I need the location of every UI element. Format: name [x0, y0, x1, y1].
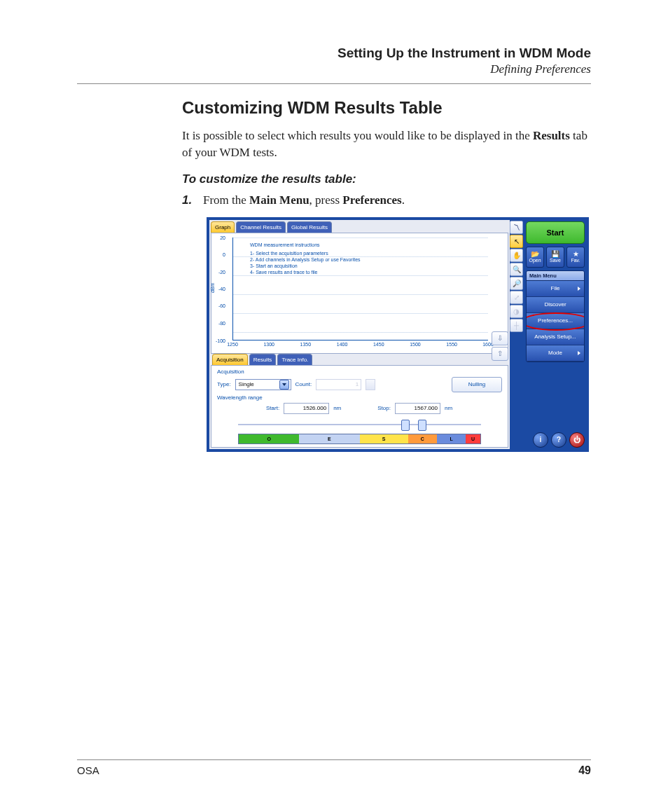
file-buttons: 📂Open 💾Save ★Fav.	[526, 247, 585, 268]
xtick: 1300	[263, 342, 274, 347]
menu-item-preferences[interactable]: Preferences...	[527, 313, 584, 329]
main-menu: Main Menu File Discover Preferences... A…	[526, 270, 585, 362]
ytick: -80	[218, 321, 225, 326]
help-button[interactable]: ?	[551, 432, 566, 448]
save-icon: 💾	[551, 251, 559, 258]
type-select[interactable]: Single	[235, 379, 291, 390]
menu-item-mode[interactable]: Mode	[527, 345, 584, 362]
page-header-subtitle: Defining Preferences	[182, 62, 591, 76]
stop-input[interactable]: 1567.000	[395, 403, 440, 414]
tool-marker-icon[interactable]: ◑	[510, 305, 523, 318]
tool-pointer-icon[interactable]: ↖	[510, 235, 523, 248]
tab-trace-info[interactable]: Trace Info.	[277, 354, 312, 365]
tool-pan-icon[interactable]: ✋	[510, 249, 523, 262]
count-label: Count:	[295, 381, 312, 387]
count-input[interactable]: 1	[316, 379, 361, 390]
graph-toolbar: 〽 ↖ ✋ 🔍 🔎 ⤢ ◑ ┼	[510, 220, 524, 449]
band-bar: O E S C L U	[238, 434, 481, 444]
nulling-button[interactable]: Nulling	[452, 377, 502, 392]
top-tabs: Graph Channel Results Global Results	[209, 220, 510, 233]
tab-results[interactable]: Results	[249, 354, 277, 365]
ytick: -60	[218, 303, 225, 308]
xtick: 1550	[446, 342, 457, 347]
xtick: 1350	[300, 342, 312, 347]
start-input[interactable]: 1526.000	[284, 403, 329, 414]
chevron-right-icon	[578, 287, 580, 291]
instructions-line: 3- Start an acquisition	[250, 263, 361, 269]
menu-item-discover[interactable]: Discover	[527, 297, 584, 313]
page-header-title: Setting Up the Instrument in WDM Mode	[182, 46, 591, 61]
tool-zoom-in-icon[interactable]: 🔍	[510, 263, 523, 276]
chevron-right-icon	[578, 351, 580, 355]
tool-zoom-out-icon[interactable]: 🔎	[510, 277, 523, 290]
app-screenshot: Graph Channel Results Global Results 20 …	[207, 217, 589, 452]
folder-open-icon: 📂	[531, 251, 539, 258]
footer-rule	[77, 759, 591, 760]
ytick: -20	[218, 269, 225, 274]
header-rule	[77, 83, 591, 84]
menu-item-analysis-setup[interactable]: Analysis Setup...	[527, 329, 584, 345]
instructions-line: 1- Select the acquisition parameters	[250, 250, 361, 256]
type-label: Type:	[217, 381, 231, 387]
type-value: Single	[239, 381, 254, 387]
band-u: U	[466, 434, 480, 443]
page-number: 49	[578, 764, 591, 777]
intro-bold: Results	[533, 129, 570, 142]
xtick: 1450	[373, 342, 384, 347]
xtick: 1500	[410, 342, 421, 347]
right-panel: Start 📂Open 💾Save ★Fav. Main Menu File D…	[524, 220, 586, 449]
favorites-button[interactable]: ★Fav.	[566, 247, 585, 268]
band-s: S	[360, 434, 408, 443]
tool-cursor-icon[interactable]: ┼	[510, 319, 523, 332]
open-button[interactable]: 📂Open	[526, 247, 544, 268]
instructions-line: 2- Add channels in Analysis Setup or use…	[250, 256, 361, 263]
step-1: 1. From the Main Menu, press Preferences…	[182, 193, 591, 207]
instructions-line: 4- Save results and trace to file	[250, 269, 361, 275]
xtick: 1250	[227, 342, 238, 347]
ytick: 20	[220, 235, 225, 240]
star-icon: ★	[573, 251, 579, 258]
power-button[interactable]: ⏻	[569, 432, 585, 448]
info-button[interactable]: i	[533, 432, 548, 448]
panel-down-button[interactable]: ⇩	[492, 331, 508, 345]
footer-product: OSA	[77, 764, 99, 777]
band-c: C	[408, 434, 437, 443]
save-button[interactable]: 💾Save	[546, 247, 564, 268]
panel-up-button[interactable]: ⇧	[492, 347, 508, 361]
acquisition-legend: Acquisition	[217, 369, 502, 375]
y-axis-label: dBm	[210, 283, 215, 293]
section-heading: Customizing WDM Results Table	[182, 98, 591, 118]
slider-handle-stop[interactable]	[418, 420, 426, 431]
menu-item-file[interactable]: File	[527, 281, 584, 297]
tab-channel-results[interactable]: Channel Results	[236, 221, 286, 233]
main-menu-header: Main Menu	[527, 271, 584, 281]
ytick: -40	[218, 287, 225, 291]
band-e: E	[299, 434, 359, 443]
instructions-overlay: WDM measurement instructions 1- Select t…	[250, 242, 361, 275]
procedure-heading: To customize the results table:	[182, 172, 591, 186]
start-button[interactable]: Start	[526, 221, 585, 244]
tool-fit-icon[interactable]: ⤢	[510, 291, 523, 304]
ytick: -100	[216, 338, 225, 343]
slider-handle-start[interactable]	[401, 420, 410, 431]
dropdown-icon[interactable]	[279, 380, 289, 390]
intro-pre: It is possible to select which results y…	[182, 129, 533, 142]
band-l: L	[437, 434, 466, 443]
acquisition-panel: Acquisition Type: Single Count: 1 Nullin…	[211, 365, 508, 448]
tab-global-results[interactable]: Global Results	[287, 221, 332, 233]
wavelength-legend: Wavelength range	[217, 394, 502, 401]
wavelength-slider[interactable]	[217, 419, 502, 430]
band-o: O	[239, 434, 299, 443]
graph-area: 20 0 -20 -40 -60 -80 -100 dBm 1250 1300 …	[211, 233, 508, 354]
system-buttons: i ? ⏻	[526, 432, 585, 448]
tab-graph[interactable]: Graph	[211, 221, 235, 233]
ytick: 0	[223, 252, 225, 256]
xtick: 1400	[337, 342, 348, 347]
start-unit: nm	[333, 405, 341, 411]
count-spinner[interactable]	[366, 379, 375, 390]
tool-trace-icon[interactable]: 〽	[510, 221, 523, 234]
tab-acquisition[interactable]: Acquisition	[212, 354, 248, 365]
instructions-title: WDM measurement instructions	[250, 242, 361, 248]
step-number: 1.	[182, 193, 203, 207]
start-label: Start:	[266, 405, 279, 411]
